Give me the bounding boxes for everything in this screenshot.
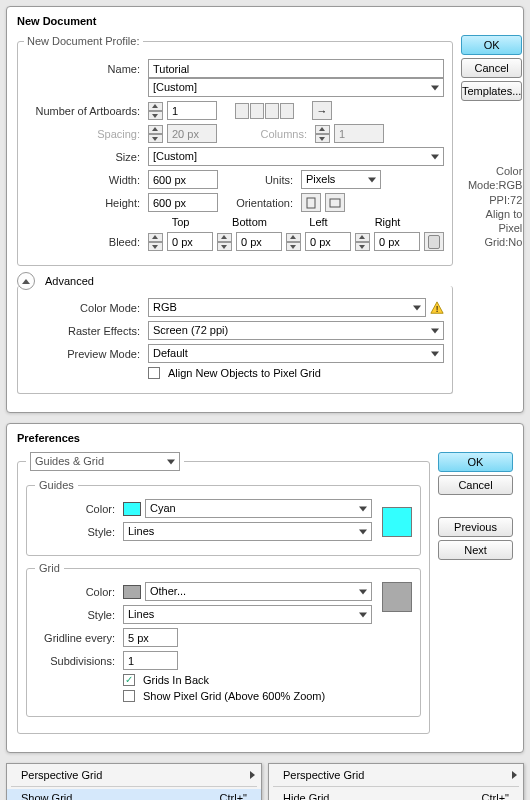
bleed-link-button[interactable]	[424, 232, 444, 251]
gridline-label: Gridline every:	[35, 632, 119, 644]
prefs-section-select[interactable]: Guides & Grid	[30, 452, 180, 471]
link-icon	[428, 235, 440, 249]
advanced-toggle[interactable]	[17, 272, 35, 290]
new-document-fieldset: Name: New Document Profile: [Custom] Num…	[17, 35, 453, 266]
profile-label: New Document Profile:	[27, 35, 140, 47]
colormode-label: Color Mode:	[26, 302, 144, 314]
grids-back-checkbox[interactable]	[123, 674, 135, 686]
templates-button[interactable]: Templates...	[461, 81, 522, 101]
artboard-arrow-button[interactable]: →	[312, 101, 332, 120]
view-menu-1: Perspective Grid Show GridCtrl+" Snap to…	[6, 763, 262, 800]
grid-legend: Grid	[35, 562, 64, 574]
prefs-ok-button[interactable]: OK	[438, 452, 513, 472]
chevron-right-icon	[512, 771, 517, 779]
svg-text:!: !	[436, 302, 439, 313]
prefs-title: Preferences	[17, 432, 513, 444]
artboards-input[interactable]	[167, 101, 217, 120]
artboards-spinner[interactable]	[148, 102, 163, 120]
units-label: Units:	[222, 174, 297, 186]
raster-label: Raster Effects:	[26, 325, 144, 337]
height-input[interactable]	[148, 193, 218, 212]
grid-color-select[interactable]: Other...	[145, 582, 372, 601]
bleed-right-label: Right	[355, 216, 420, 228]
align-pixel-grid-label: Align New Objects to Pixel Grid	[168, 367, 321, 379]
dialog-title: New Document	[17, 15, 513, 27]
guides-fieldset: Guides Color: Cyan Style: Lines	[26, 479, 421, 556]
gridline-input[interactable]	[123, 628, 178, 647]
raster-select[interactable]: Screen (72 ppi)	[148, 321, 444, 340]
bleed-left-label: Left	[286, 216, 351, 228]
spacing-input	[167, 124, 217, 143]
grids-back-label: Grids In Back	[143, 674, 209, 686]
bleed-top-input[interactable]	[167, 232, 213, 251]
new-document-dialog: New Document Name: New Document Profile:…	[6, 6, 524, 413]
size-label: Size:	[26, 151, 144, 163]
grid-color-label: Color:	[35, 586, 119, 598]
advanced-fieldset: Color Mode: RGB ! Raster Effects: Screen…	[17, 286, 453, 394]
show-pixel-grid-label: Show Pixel Grid (Above 600% Zoom)	[143, 690, 325, 702]
guides-color-select[interactable]: Cyan	[145, 499, 372, 518]
menu2-hide-grid[interactable]: Hide GridCtrl+"	[269, 789, 523, 800]
name-input[interactable]	[148, 59, 444, 78]
width-label: Width:	[26, 174, 144, 186]
width-input[interactable]	[148, 170, 218, 189]
guides-legend: Guides	[35, 479, 78, 491]
bleed-bottom-label: Bottom	[217, 216, 282, 228]
advanced-label: Advanced	[45, 275, 94, 287]
preview-select[interactable]: Default	[148, 344, 444, 363]
preview-label: Preview Mode:	[26, 348, 144, 360]
artboard-layout-buttons[interactable]	[235, 103, 294, 119]
columns-input	[334, 124, 384, 143]
name-label: Name:	[26, 63, 144, 75]
subdiv-input[interactable]	[123, 651, 178, 670]
prefs-next-button[interactable]: Next	[438, 540, 513, 560]
grid-style-select[interactable]: Lines	[123, 605, 372, 624]
ok-button[interactable]: OK	[461, 35, 522, 55]
prefs-fieldset: Guides & Grid Guides Color: Cyan Style	[17, 452, 430, 734]
bleed-left-input[interactable]	[305, 232, 351, 251]
warning-icon: !	[430, 301, 444, 315]
orient-portrait-button[interactable]	[301, 193, 321, 212]
units-select[interactable]: Pixels	[301, 170, 381, 189]
svg-rect-0	[307, 198, 315, 208]
orient-landscape-button[interactable]	[325, 193, 345, 212]
prefs-previous-button[interactable]: Previous	[438, 517, 513, 537]
svg-rect-1	[330, 199, 340, 207]
subdiv-label: Subdivisions:	[35, 655, 119, 667]
align-pixel-grid-checkbox[interactable]	[148, 367, 160, 379]
artboards-label: Number of Artboards:	[26, 105, 144, 117]
orient-label: Orientation:	[222, 197, 297, 209]
chevron-right-icon	[250, 771, 255, 779]
grid-color-swatch[interactable]	[382, 582, 412, 612]
spacing-label: Spacing:	[26, 128, 144, 140]
menu-perspective-grid[interactable]: Perspective Grid	[7, 766, 261, 784]
profile-select[interactable]: [Custom]	[148, 78, 444, 97]
columns-spinner	[315, 125, 330, 143]
preferences-dialog: Preferences Guides & Grid Guides Color: …	[6, 423, 524, 753]
guides-style-select[interactable]: Lines	[123, 522, 372, 541]
prefs-cancel-button[interactable]: Cancel	[438, 475, 513, 495]
grid-color-swatch-small	[123, 585, 141, 599]
guides-color-swatch[interactable]	[382, 507, 412, 537]
guides-style-label: Style:	[35, 526, 119, 538]
colormode-select[interactable]: RGB	[148, 298, 426, 317]
columns-label: Columns:	[221, 128, 311, 140]
spacing-spinner	[148, 125, 163, 143]
show-pixel-grid-checkbox[interactable]	[123, 690, 135, 702]
guides-color-label: Color:	[35, 503, 119, 515]
guides-color-swatch-small	[123, 502, 141, 516]
bleed-right-input[interactable]	[374, 232, 420, 251]
bleed-top-label: Top	[148, 216, 213, 228]
grid-fieldset: Grid Color: Other... Style: Lines	[26, 562, 421, 717]
bleed-label: Bleed:	[26, 236, 144, 248]
info-text: Color Mode:RGB PPI:72 Align to Pixel Gri…	[461, 164, 522, 250]
height-label: Height:	[26, 197, 144, 209]
grid-style-label: Style:	[35, 609, 119, 621]
bleed-bottom-input[interactable]	[236, 232, 282, 251]
menu-show-grid[interactable]: Show GridCtrl+"	[7, 789, 261, 800]
view-menu-2: Perspective Grid Hide GridCtrl+" Snap to…	[268, 763, 524, 800]
size-select[interactable]: [Custom]	[148, 147, 444, 166]
menu2-perspective-grid[interactable]: Perspective Grid	[269, 766, 523, 784]
cancel-button[interactable]: Cancel	[461, 58, 522, 78]
